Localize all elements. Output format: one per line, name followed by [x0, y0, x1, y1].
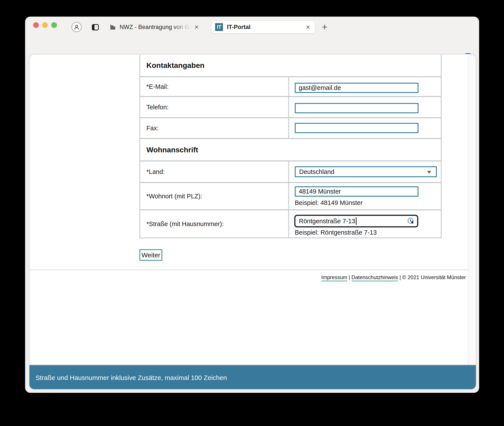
toolbar: https://it-portal.uni-muenster.de/anmeld… — [25, 34, 479, 54]
tab-it-portal-active[interactable]: IT IT-Portal — [211, 21, 315, 33]
section-heading-wohnanschrift: Wohnanschrift — [140, 139, 441, 162]
close-tab-button[interactable] — [193, 23, 200, 31]
clock-lock-extension-icon[interactable] — [407, 217, 414, 225]
footer-separator: | — [398, 274, 402, 280]
close-window-button[interactable] — [33, 22, 39, 28]
section-heading-kontaktangaben: Kontaktangaben — [140, 54, 441, 77]
fax-field[interactable] — [295, 123, 419, 133]
minimize-window-button[interactable] — [42, 22, 48, 28]
table-row-email: *E-Mail: gast@email.de — [140, 77, 441, 97]
document-lines-favicon-icon — [109, 23, 117, 31]
plus-icon — [321, 24, 328, 31]
webpage-viewport: Kontaktangaben *E-Mail: gast@email.de Te… — [29, 54, 476, 390]
statusbar-text: Straße und Hausnummer inklusive Zusätze,… — [35, 374, 227, 382]
content-divider — [29, 270, 476, 270]
country-select[interactable]: Deutschland — [295, 166, 437, 177]
fax-label: Fax: — [140, 118, 289, 138]
datenschutz-link[interactable]: Datenschutzhinweis — [351, 274, 398, 281]
field-help-statusbar: Straße und Hausnummer inklusive Zusätze,… — [29, 365, 476, 390]
table-row-fax: Fax: — [140, 118, 441, 139]
copyright-text: © 2021 Universität Münster — [402, 274, 466, 280]
text-cursor — [356, 217, 357, 225]
profile-button[interactable] — [71, 22, 82, 32]
page-footer: Impressum | Datenschutzhinweis | © 2021 … — [321, 274, 466, 280]
new-tab-button[interactable] — [320, 22, 329, 32]
tab-nwz[interactable]: NWZ - Beantragung von Gas — [109, 21, 208, 33]
city-label: *Wohnort (mit PLZ): — [140, 183, 289, 209]
tab-bar: NWZ - Beantragung von Gas IT IT-Portal — [25, 17, 479, 34]
city-field[interactable]: 48149 Münster — [295, 186, 419, 197]
tab-title: IT-Portal — [227, 24, 251, 31]
street-label: *Straße (mit Hausnummer): — [140, 210, 289, 237]
weiter-button[interactable]: Weiter — [140, 249, 162, 261]
phone-label: Telefon: — [140, 97, 289, 117]
country-label: *Land: — [140, 162, 289, 182]
email-field[interactable]: gast@email.de — [295, 83, 419, 93]
impressum-link[interactable]: Impressum — [321, 274, 347, 281]
city-hint: Beispiel: 48149 Münster — [295, 199, 363, 206]
table-row-wohnort: *Wohnort (mit PLZ): 48149 Münster Beispi… — [140, 183, 441, 210]
table-row-telefon: Telefon: — [140, 97, 441, 118]
close-tab-button[interactable] — [304, 23, 312, 31]
maximize-window-button[interactable] — [51, 22, 57, 28]
street-hint: Beispiel: Röntgenstraße 7-13 — [295, 229, 377, 236]
scrollbar-track[interactable] — [468, 54, 476, 365]
email-label: *E-Mail: — [140, 77, 289, 96]
chevron-down-icon — [427, 171, 431, 174]
table-row-land: *Land: Deutschland — [140, 162, 441, 183]
it-portal-favicon: IT — [215, 23, 223, 31]
browser-window: NWZ - Beantragung von Gas IT IT-Portal — [25, 17, 479, 393]
table-row-strasse: *Straße (mit Hausnummer): Röntgenstraße … — [140, 210, 441, 238]
registration-form-table: Kontaktangaben *E-Mail: gast@email.de Te… — [140, 54, 441, 238]
sidebar-toggle-button[interactable] — [91, 23, 100, 32]
phone-field[interactable] — [295, 103, 419, 113]
user-avatar-icon — [73, 23, 80, 31]
footer-separator: | — [347, 274, 351, 280]
tab-title: NWZ - Beantragung von Gas — [119, 24, 192, 30]
street-field-focused[interactable]: Röntgenstraße 7-13 — [294, 215, 418, 227]
sidebar-panel-icon — [91, 23, 100, 32]
